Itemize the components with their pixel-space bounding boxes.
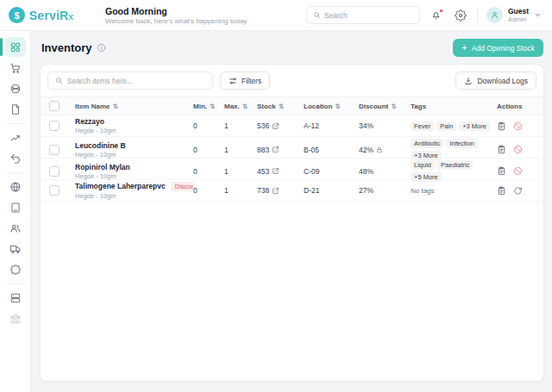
tag-pill: Paediatric (437, 160, 473, 170)
location-value: D-21 (304, 186, 359, 195)
sidebar-item-passbook[interactable] (5, 197, 26, 217)
dashboard-icon (9, 41, 22, 53)
notifications-button[interactable] (429, 8, 444, 23)
location-value: C-09 (304, 167, 359, 176)
global-search-input[interactable] (324, 11, 413, 20)
cart-icon (9, 62, 22, 74)
sidebar-item-analytics[interactable] (5, 128, 26, 147)
min-value: 0 (193, 146, 224, 154)
sidebar-divider (6, 123, 25, 124)
discount-value: 34% (359, 121, 373, 130)
sidebar-item-web[interactable] (5, 177, 26, 196)
ban-action-icon[interactable] (513, 145, 523, 154)
users-icon (9, 222, 22, 234)
sidebar-item-returns[interactable] (5, 148, 26, 168)
search-icon (55, 77, 63, 84)
stock-value: 883 (257, 146, 269, 154)
sidebar-item-storage[interactable] (5, 288, 26, 308)
discount-value: 27% (359, 186, 373, 195)
sidebar-item-invoices[interactable] (5, 99, 26, 119)
sort-icon[interactable]: ⇅ (210, 103, 215, 110)
sidebar-divider (6, 283, 25, 284)
puzzle-icon (9, 264, 22, 276)
tag-pill: Antibiotic (411, 139, 443, 148)
settings-button[interactable] (453, 8, 468, 23)
ban-action-icon[interactable] (513, 166, 523, 176)
globe-icon (9, 181, 22, 193)
external-link-icon[interactable] (272, 146, 279, 153)
column-header-name[interactable]: Item Name⇅ (75, 103, 193, 110)
dollar-circle-icon: $ (9, 7, 25, 23)
sidebar-item-products[interactable] (5, 78, 26, 98)
column-header-tags: Tags (411, 103, 497, 110)
sidebar-item-purchases[interactable] (5, 58, 26, 78)
stock-value: 453 (257, 167, 269, 176)
column-header-discount[interactable]: Discount⇅ (359, 103, 411, 110)
sort-icon[interactable]: ⇅ (112, 103, 117, 110)
clipboard-action-icon[interactable] (497, 145, 506, 154)
row-checkbox[interactable] (49, 121, 60, 131)
restore-action-icon[interactable] (513, 186, 523, 196)
sidebar-item-delivery[interactable] (5, 239, 26, 258)
external-link-icon[interactable] (272, 122, 279, 130)
stock-value: 738 (257, 186, 269, 195)
min-value: 0 (193, 186, 224, 195)
notification-dot (439, 9, 443, 13)
ban-action-icon[interactable] (513, 121, 523, 131)
max-value: 1 (224, 186, 257, 195)
trend-icon (9, 132, 22, 144)
user-menu[interactable]: Guest Admin (486, 7, 542, 23)
column-header-actions: Actions (497, 103, 535, 110)
sidebar-item-banking[interactable] (5, 308, 26, 328)
sphere-icon (9, 83, 22, 95)
max-value: 1 (224, 167, 257, 176)
chevron-down-icon (534, 11, 542, 19)
discount-value: 48% (359, 167, 373, 176)
sort-icon[interactable]: ⇅ (279, 103, 284, 110)
no-tags-label: No tags (411, 187, 435, 195)
min-value: 0 (193, 167, 224, 176)
add-opening-stock-button[interactable]: + Add Opening Stock (453, 39, 543, 57)
table-row: Ropinirol Mylan Hegde - 10gm 0 1 453 C-0… (41, 159, 543, 180)
sort-icon[interactable]: ⇅ (391, 103, 396, 110)
item-name: Ropinirol Mylan (75, 163, 130, 171)
download-logs-button[interactable]: Download Logs (455, 72, 536, 90)
items-search[interactable] (47, 72, 213, 90)
external-link-icon[interactable] (272, 167, 279, 175)
column-header-max[interactable]: Max.⇅ (224, 103, 257, 110)
item-subtitle: Hegde - 10gm (75, 192, 193, 200)
bank-icon (9, 313, 22, 325)
select-all-checkbox[interactable] (49, 101, 60, 111)
search-icon (313, 11, 321, 19)
table-header-row: Item Name⇅Min.⇅Max.⇅Stock⇅Location⇅Disco… (41, 96, 543, 115)
main-content: Inventory + Add Opening Stock (31, 31, 552, 392)
clipboard-action-icon[interactable] (497, 186, 506, 196)
tag-pill: Pain (436, 121, 456, 131)
sidebar-item-dashboard[interactable] (5, 37, 26, 57)
location-value: B-05 (304, 146, 359, 154)
row-checkbox[interactable] (49, 145, 60, 155)
brand-logo[interactable]: $ ServiRx (9, 7, 105, 23)
row-checkbox[interactable] (49, 185, 60, 196)
sort-icon[interactable]: ⇅ (335, 103, 340, 110)
tag-pill: Liquid (411, 160, 435, 170)
row-checkbox[interactable] (49, 166, 60, 177)
gear-icon (455, 9, 467, 22)
clipboard-action-icon[interactable] (497, 121, 506, 131)
filters-button[interactable]: Filters (220, 72, 270, 90)
global-search[interactable] (306, 6, 420, 24)
table-row: Rezzayo Hegde - 10gm 0 1 536 A-12 34% Fe… (41, 115, 543, 137)
sort-icon[interactable]: ⇅ (242, 103, 248, 110)
column-header-location[interactable]: Location⇅ (304, 103, 359, 110)
filters-icon (229, 77, 237, 85)
brand-name: ServiRx (29, 9, 73, 22)
items-search-input[interactable] (67, 77, 205, 85)
external-link-icon[interactable] (272, 187, 279, 195)
clipboard-action-icon[interactable] (497, 166, 506, 176)
info-icon[interactable] (97, 43, 106, 53)
tag-pill: +3 More (459, 121, 490, 131)
sidebar-item-integrations[interactable] (5, 259, 26, 279)
column-header-min[interactable]: Min.⇅ (193, 103, 224, 110)
sidebar-item-customers[interactable] (5, 218, 26, 238)
column-header-stock[interactable]: Stock⇅ (257, 103, 304, 110)
